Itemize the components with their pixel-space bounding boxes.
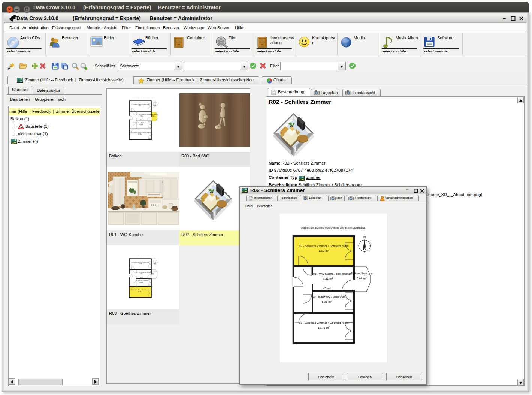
svg-text:12,76 m²: 12,76 m² xyxy=(318,326,330,329)
svg-text:12,3 m²: 12,3 m² xyxy=(139,105,142,107)
svg-text:01 - WG Küche / coll. kitchen: 01 - WG Küche / coll. kitchen xyxy=(136,114,151,115)
svg-text:Goethes und Schillers WG / Goe: Goethes und Schillers WG / Goethes and S… xyxy=(301,226,365,229)
svg-text:6,06 m²: 6,06 m² xyxy=(140,282,143,283)
svg-text:7,31 m²: 7,31 m² xyxy=(140,115,144,117)
svg-text:6,06 m²: 6,06 m² xyxy=(140,124,143,126)
svg-text:02 - Schillers Zimmer / Schill: 02 - Schillers Zimmer / Schillers room xyxy=(132,104,150,105)
svg-text:6,06 m²: 6,06 m² xyxy=(321,300,332,304)
svg-text:01 - WG Küche / coll. kitchen: 01 - WG Küche / coll. kitchen xyxy=(136,272,151,273)
svg-text:12,3 m²: 12,3 m² xyxy=(139,263,142,265)
svg-text:Balkon / balcony: Balkon / balcony xyxy=(351,272,373,275)
svg-text:Goethes und Schillers WG / Goe: Goethes und Schillers WG / Goethes and S… xyxy=(132,255,155,256)
svg-text:12,3 m²: 12,3 m² xyxy=(318,249,329,253)
svg-text:N: N xyxy=(155,100,155,102)
svg-text:03 - Goethes Zimmer / Goethes: 03 - Goethes Zimmer / Goethes room xyxy=(132,132,150,133)
svg-text:12,76 m²: 12,76 m² xyxy=(138,133,142,135)
svg-text:Balkon / balcony: Balkon / balcony xyxy=(150,114,158,115)
svg-text:2,44 m²: 2,44 m² xyxy=(152,273,156,275)
svg-text:02 - Schillers Zimmer / Schill: 02 - Schillers Zimmer / Schillers room xyxy=(299,244,349,248)
svg-text:01 - WG Küche / coll. kitchen: 01 - WG Küche / coll. kitchen xyxy=(313,272,351,275)
svg-text:7,31 m²: 7,31 m² xyxy=(140,273,144,275)
svg-text:03 - Goethes Zimmer / Goethes: 03 - Goethes Zimmer / Goethes room xyxy=(299,321,349,325)
svg-text:45 m²: 45 m² xyxy=(323,287,331,290)
svg-text:Goethes und Schillers WG / Goe: Goethes und Schillers WG / Goethes and S… xyxy=(132,97,155,98)
svg-text:2,44 m²: 2,44 m² xyxy=(152,115,156,117)
svg-text:12,76 m²: 12,76 m² xyxy=(138,291,142,293)
svg-text:02 - Schillers Zimmer / Schill: 02 - Schillers Zimmer / Schillers room xyxy=(132,262,150,263)
svg-text:03 - Goethes Zimmer / Goethes: 03 - Goethes Zimmer / Goethes room xyxy=(132,289,150,291)
svg-text:00 - Bad+WC / bathroom: 00 - Bad+WC / bathroom xyxy=(136,122,149,124)
svg-text:2,44 m²: 2,44 m² xyxy=(356,277,366,280)
svg-text:N: N xyxy=(363,235,366,239)
svg-text:00 - Bad+WC / bathroom: 00 - Bad+WC / bathroom xyxy=(312,295,346,298)
svg-text:N: N xyxy=(155,258,155,260)
svg-text:7,31 m²: 7,31 m² xyxy=(323,277,333,280)
svg-text:45 m²: 45 m² xyxy=(140,277,143,278)
svg-text:45 m²: 45 m² xyxy=(140,119,143,121)
svg-text:Balkon / balcony: Balkon / balcony xyxy=(150,271,158,273)
svg-text:00 - Bad+WC / bathroom: 00 - Bad+WC / bathroom xyxy=(136,280,149,281)
